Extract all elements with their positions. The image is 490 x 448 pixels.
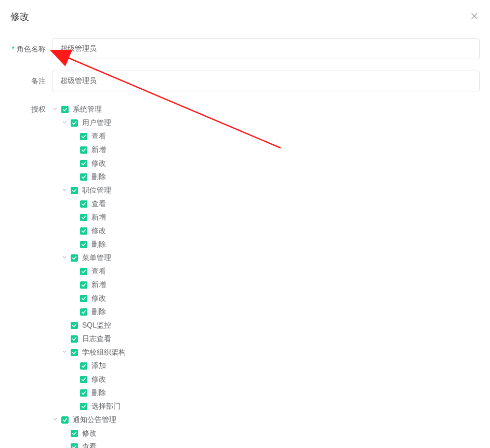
checkbox-checked[interactable] [61,416,69,424]
tree-node-label: 修改 [91,159,106,168]
caret-down-icon[interactable] [52,417,58,423]
tree-node-label: SQL监控 [82,321,111,330]
tree-node-label: 新增 [91,145,106,155]
checkbox-checked[interactable] [80,200,87,208]
checkbox-checked[interactable] [80,133,87,140]
tree-node[interactable]: 删除 [71,386,480,400]
caret-down-icon[interactable] [61,349,68,356]
tree-node-label: 学校组织架构 [82,348,126,357]
tree-node[interactable]: 新增 [71,211,480,224]
tree-node-label: 新增 [91,280,106,290]
caret-down-icon[interactable] [61,255,68,261]
tree-node[interactable]: 选择部门 [71,400,480,413]
tree-node[interactable]: 查看 [71,265,480,278]
checkbox-checked[interactable] [80,281,87,289]
tree-children: 查看新增修改删除 [61,130,480,184]
tree-children: 查看新增修改删除 [61,197,480,251]
checkbox-checked[interactable] [71,119,78,127]
label-auth: 授权 [10,103,52,114]
tree-node[interactable]: 修改 [71,373,480,386]
checkbox-checked[interactable] [80,362,87,370]
permission-tree: 系统管理用户管理查看新增修改删除职位管理查看新增修改删除菜单管理查看新增修改删除… [52,103,480,448]
tree-node[interactable]: 修改 [61,427,480,440]
checkbox-checked[interactable] [80,214,87,221]
checkbox-checked[interactable] [71,335,78,343]
tree-node[interactable]: 菜单管理 [61,251,480,265]
checkbox-checked[interactable] [71,187,78,194]
tree-node-label: 删除 [91,240,106,249]
tree-node[interactable]: 用户管理 [61,116,480,130]
tree-node-label: 修改 [91,226,106,236]
tree-node[interactable]: 新增 [71,143,480,157]
tree-node[interactable]: 修改 [71,157,480,170]
checkbox-checked[interactable] [71,443,78,448]
checkbox-checked[interactable] [80,241,87,248]
tree-node[interactable]: 修改 [71,292,480,305]
tree-node-label: 选择部门 [91,402,121,411]
checkbox-checked[interactable] [80,146,87,154]
tree-node-label: 职位管理 [82,186,111,195]
modal-header: 修改 [10,10,480,23]
close-icon[interactable] [469,10,480,23]
tree-node[interactable]: 职位管理 [61,184,480,197]
field-auth: 授权 系统管理用户管理查看新增修改删除职位管理查看新增修改删除菜单管理查看新增修… [10,103,480,448]
tree-node-label: 删除 [91,307,106,317]
tree-node[interactable]: 新增 [71,278,480,292]
modal-title: 修改 [10,10,29,23]
field-remark: 备注 [10,71,480,91]
label-role-name: 角色名称 [10,38,52,59]
tree-node-label: 菜单管理 [82,253,111,263]
input-role-name[interactable] [52,38,480,59]
tree-node[interactable]: 查看 [61,440,480,448]
checkbox-checked[interactable] [80,160,87,167]
tree-node[interactable]: 删除 [71,305,480,319]
tree-node-label: 修改 [82,429,97,438]
checkbox-checked[interactable] [80,227,87,235]
tree-node-label: 查看 [91,132,106,141]
label-remark: 备注 [10,71,52,91]
tree-node[interactable]: 学校组织架构 [61,346,480,359]
tree-node[interactable]: 修改 [71,224,480,238]
tree-node-label: 查看 [91,267,106,276]
tree-node-label: 添加 [91,361,106,371]
tree-node[interactable]: 删除 [71,170,480,184]
tree-node[interactable]: 通知公告管理 [52,413,480,427]
checkbox-checked[interactable] [71,254,78,262]
tree-node[interactable]: 查看 [71,197,480,211]
checkbox-checked[interactable] [80,389,87,397]
checkbox-checked[interactable] [71,322,78,329]
tree-node[interactable]: 查看 [71,130,480,143]
tree-node[interactable]: 删除 [71,238,480,251]
tree-children: 修改查看 [52,427,480,448]
checkbox-checked[interactable] [80,295,87,302]
tree-node[interactable]: 添加 [71,359,480,373]
caret-down-icon[interactable] [52,106,58,113]
checkbox-checked[interactable] [80,376,87,383]
tree-node-label: 日志查看 [82,334,111,344]
tree-node-label: 新增 [91,213,106,222]
tree-node-label: 通知公告管理 [73,415,116,425]
caret-down-icon[interactable] [61,120,68,126]
tree-node[interactable]: 日志查看 [61,332,480,346]
checkbox-checked[interactable] [71,349,78,356]
input-remark[interactable] [52,71,480,91]
checkbox-checked[interactable] [80,308,87,316]
field-role-name: 角色名称 [10,38,480,59]
checkbox-checked[interactable] [80,403,87,410]
checkbox-checked[interactable] [61,106,69,113]
checkbox-checked[interactable] [80,268,87,275]
tree-node-label: 修改 [91,294,106,303]
tree-node[interactable]: 系统管理 [52,103,480,116]
tree-node-label: 查看 [82,442,97,448]
caret-down-icon[interactable] [61,187,68,194]
tree-node-label: 修改 [91,375,106,384]
tree-children: 用户管理查看新增修改删除职位管理查看新增修改删除菜单管理查看新增修改删除SQL监… [52,116,480,413]
checkbox-checked[interactable] [80,173,87,181]
tree-node-label: 删除 [91,388,106,398]
tree-node-label: 用户管理 [82,118,111,128]
checkbox-checked[interactable] [71,430,78,437]
tree-node[interactable]: SQL监控 [61,319,480,332]
tree-node-label: 系统管理 [73,105,102,114]
tree-node-label: 删除 [91,172,106,182]
tree-children: 查看新增修改删除 [61,265,480,319]
